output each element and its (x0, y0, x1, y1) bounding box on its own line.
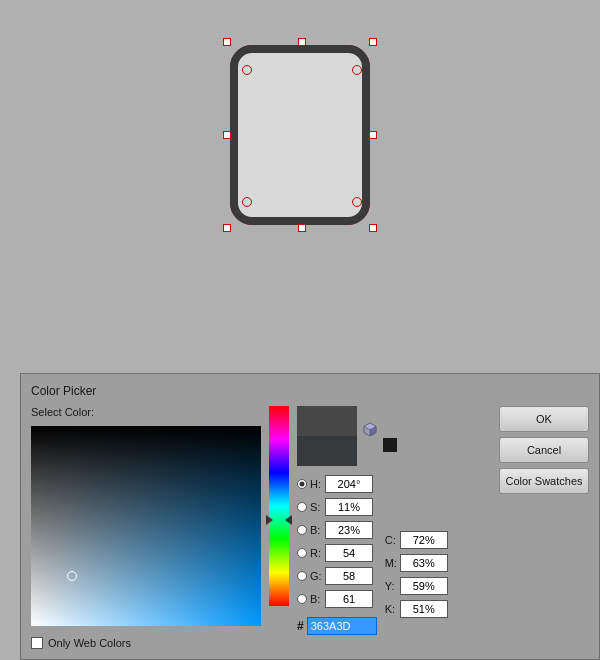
dialog-title: Color Picker (31, 384, 589, 398)
hsb-rgb-column: H: S: B: (297, 474, 377, 636)
color-picker-dialog: Color Picker Select Color: Only Web Colo… (20, 373, 600, 660)
cyan-label: C: (385, 534, 397, 546)
handle-top-right[interactable] (369, 38, 377, 46)
color-preview-new (297, 406, 357, 436)
cancel-button[interactable]: Cancel (499, 437, 589, 463)
small-color-block (383, 438, 397, 452)
color-preview-old (297, 436, 357, 466)
black-label: K: (385, 603, 397, 615)
select-color-label: Select Color: (31, 406, 261, 418)
hex-label: # (297, 619, 304, 633)
color-gradient-picker[interactable] (31, 426, 261, 626)
right-section: H: S: B: (297, 406, 486, 636)
web-colors-checkbox[interactable] (31, 637, 43, 649)
magenta-row: M: (385, 553, 448, 573)
handle-middle-right[interactable] (369, 131, 377, 139)
blue-label: B: (310, 593, 322, 605)
saturation-input[interactable] (325, 498, 373, 516)
hue-slider[interactable] (269, 406, 289, 606)
hue-label: H: (310, 478, 322, 490)
saturation-label: S: (310, 501, 322, 513)
red-label: R: (310, 547, 322, 559)
yellow-input[interactable] (400, 577, 448, 595)
corner-radius-handle-br[interactable] (352, 197, 362, 207)
handle-middle-left[interactable] (223, 131, 231, 139)
hue-radio[interactable] (297, 479, 307, 489)
yellow-label: Y: (385, 580, 397, 592)
green-input[interactable] (325, 567, 373, 585)
magenta-label: M: (385, 557, 397, 569)
blue-row: B: (297, 589, 377, 609)
corner-radius-handle-tl[interactable] (242, 65, 252, 75)
cyan-row: C: (385, 530, 448, 550)
hue-slider-container[interactable] (269, 406, 289, 606)
color-preview-stack (297, 406, 357, 466)
web-colors-label: Only Web Colors (48, 637, 131, 649)
left-section: Select Color: Only Web Colors (31, 406, 261, 649)
hue-input[interactable] (325, 475, 373, 493)
brightness-input[interactable] (325, 521, 373, 539)
green-row: G: (297, 566, 377, 586)
hue-row: H: (297, 474, 377, 494)
canvas-area (0, 0, 600, 270)
shape-container[interactable] (220, 35, 380, 235)
cube-svg-graphic (363, 422, 377, 436)
handle-top-middle[interactable] (298, 38, 306, 46)
handle-bottom-left[interactable] (223, 224, 231, 232)
red-row: R: (297, 543, 377, 563)
web-colors-row: Only Web Colors (31, 637, 261, 649)
brightness-label: B: (310, 524, 322, 536)
handle-bottom-right[interactable] (369, 224, 377, 232)
cmyk-column: C: M: Y: K: (385, 474, 448, 636)
cyan-input[interactable] (400, 531, 448, 549)
hex-row: # (297, 616, 377, 636)
magenta-input[interactable] (400, 554, 448, 572)
values-container: H: S: B: (297, 474, 486, 636)
red-radio[interactable] (297, 548, 307, 558)
gradient-cursor (67, 571, 77, 581)
buttons-section: OK Cancel Color Swatches (499, 406, 589, 494)
black-row: K: (385, 599, 448, 619)
hue-cursor-right (285, 515, 292, 525)
ok-button[interactable]: OK (499, 406, 589, 432)
saturation-radio[interactable] (297, 502, 307, 512)
color-preview-section (297, 406, 486, 466)
hue-cursor-left (266, 515, 273, 525)
handle-top-left[interactable] (223, 38, 231, 46)
corner-radius-handle-tr[interactable] (352, 65, 362, 75)
saturation-row: S: (297, 497, 377, 517)
cube-icon (362, 421, 378, 437)
handle-bottom-middle[interactable] (298, 224, 306, 232)
brightness-radio[interactable] (297, 525, 307, 535)
gradient-background (31, 426, 261, 626)
blue-input[interactable] (325, 590, 373, 608)
hex-input[interactable] (307, 617, 377, 635)
green-label: G: (310, 570, 322, 582)
red-input[interactable] (325, 544, 373, 562)
color-swatches-button[interactable]: Color Swatches (499, 468, 589, 494)
blue-radio[interactable] (297, 594, 307, 604)
brightness-row: B: (297, 520, 377, 540)
dialog-content: Select Color: Only Web Colors (31, 406, 589, 649)
green-radio[interactable] (297, 571, 307, 581)
black-input[interactable] (400, 600, 448, 618)
yellow-row: Y: (385, 576, 448, 596)
corner-radius-handle-bl[interactable] (242, 197, 252, 207)
